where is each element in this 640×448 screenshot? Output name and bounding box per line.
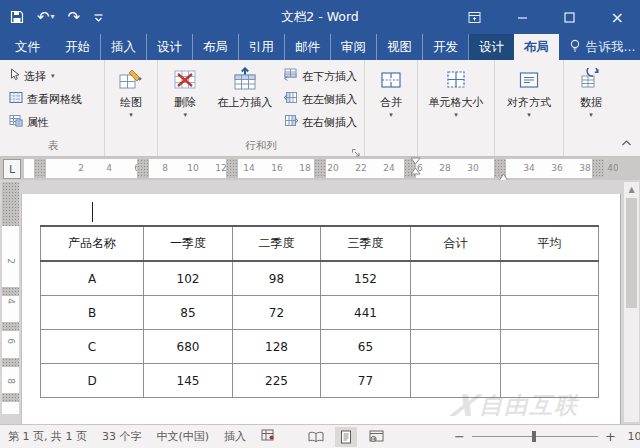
redo-button[interactable]: ↷	[68, 10, 81, 25]
draw-table-button[interactable]: 绘图 ▾	[114, 63, 148, 137]
table-cell[interactable]: B	[41, 296, 144, 330]
zoom-level[interactable]: 100%	[623, 430, 640, 443]
view-gridlines-button[interactable]: 查看网格线	[5, 88, 101, 110]
insert-mode-indicator[interactable]: 插入	[224, 429, 246, 444]
data-button[interactable]: 数据 ▾	[575, 63, 607, 137]
table-cell[interactable]: 77	[321, 364, 411, 398]
header-cell[interactable]: 三季度	[321, 226, 411, 261]
customize-qat-icon[interactable]	[93, 12, 104, 23]
insert-right-button[interactable]: 在右侧插入	[280, 111, 361, 133]
tab-开发[interactable]: 开发	[422, 34, 468, 60]
rows-columns-dialog-launcher-icon[interactable]	[351, 143, 361, 153]
cell-size-button[interactable]: 单元格大小 ▾	[425, 63, 488, 137]
delete-button[interactable]: 删除 ▾	[161, 63, 209, 137]
table-row-marker[interactable]	[2, 358, 19, 367]
table-row-marker[interactable]	[2, 322, 19, 331]
undo-button[interactable]: ↶▾	[37, 10, 55, 25]
tab-视图[interactable]: 视图	[376, 34, 422, 60]
table-cell[interactable]	[411, 330, 501, 364]
tab-开始[interactable]: 开始	[55, 34, 100, 60]
insert-above-label: 在上方插入	[217, 95, 272, 110]
table-cell[interactable]: 128	[233, 330, 321, 364]
table-column-marker[interactable]	[592, 159, 604, 178]
table-cell[interactable]: 152	[321, 261, 411, 296]
data-label: 数据	[580, 95, 602, 110]
table-column-marker[interactable]	[137, 159, 149, 178]
zoom-slider[interactable]	[472, 436, 598, 437]
table-cell[interactable]: 102	[144, 261, 233, 296]
table-column-marker[interactable]	[314, 159, 326, 178]
read-mode-icon[interactable]	[305, 427, 327, 447]
vertical-ruler[interactable]: 2468	[2, 182, 19, 414]
tab-插入[interactable]: 插入	[100, 34, 146, 60]
table-row-marker[interactable]	[2, 393, 19, 402]
table-cell[interactable]	[501, 330, 599, 364]
table-cell[interactable]: 441	[321, 296, 411, 330]
vertical-scrollbar[interactable]: ▲	[624, 182, 639, 422]
maximize-icon[interactable]	[564, 12, 575, 23]
tab-stop-selector[interactable]: L	[3, 159, 21, 179]
minimize-icon[interactable]	[517, 12, 528, 23]
web-layout-icon[interactable]	[365, 427, 387, 447]
ruler-number: 8	[6, 373, 16, 390]
table-cell[interactable]: 85	[144, 296, 233, 330]
scroll-up-icon[interactable]: ▲	[624, 182, 639, 196]
indent-markers[interactable]	[409, 157, 422, 180]
table-cell[interactable]	[501, 261, 599, 296]
merge-button[interactable]: 合并 ▾	[375, 63, 407, 137]
tab-table-design[interactable]: 设计	[468, 34, 514, 60]
horizontal-ruler[interactable]: 246810121416182022242628303234363840	[24, 159, 618, 178]
header-cell[interactable]: 二季度	[233, 226, 321, 261]
document-page[interactable]: 产品名称一季度二季度三季度合计平均A10298152B8572441C68012…	[22, 194, 620, 424]
table-cell[interactable]: 72	[233, 296, 321, 330]
word-count[interactable]: 33 个字	[102, 429, 142, 444]
table-cell[interactable]: 145	[144, 364, 233, 398]
tab-邮件[interactable]: 邮件	[284, 34, 330, 60]
table-cell[interactable]	[411, 261, 501, 296]
table-cell[interactable]	[411, 364, 501, 398]
insert-left-button[interactable]: 在左侧插入	[280, 88, 361, 110]
scrollbar-thumb[interactable]	[626, 198, 637, 308]
header-cell[interactable]: 合计	[411, 226, 501, 261]
language-indicator[interactable]: 中文(中国)	[156, 429, 209, 444]
page-indicator[interactable]: 第 1 页, 共 1 页	[8, 429, 87, 444]
insert-above-button[interactable]: 在上方插入	[209, 63, 280, 137]
close-icon[interactable]: ×	[611, 8, 624, 27]
zoom-out-button[interactable]: −	[454, 429, 465, 444]
ribbon-display-options-icon[interactable]	[468, 11, 481, 24]
table-cell[interactable]	[501, 364, 599, 398]
tab-table-layout[interactable]: 布局	[514, 34, 559, 60]
zoom-slider-thumb[interactable]	[532, 431, 536, 442]
table-cell[interactable]	[501, 296, 599, 330]
table-cell[interactable]: D	[41, 364, 144, 398]
tab-tellme[interactable]: 告诉我...	[559, 34, 640, 60]
table-column-marker[interactable]	[34, 159, 46, 178]
header-cell[interactable]: 一季度	[144, 226, 233, 261]
tab-引用[interactable]: 引用	[238, 34, 284, 60]
undo-dropdown-icon[interactable]: ▾	[51, 13, 55, 21]
table-cell[interactable]: 65	[321, 330, 411, 364]
save-icon[interactable]	[10, 10, 24, 24]
tab-设计[interactable]: 设计	[146, 34, 192, 60]
properties-label: 属性	[27, 115, 49, 130]
alignment-button[interactable]: 对齐方式 ▾	[503, 63, 555, 137]
table-cell[interactable]: C	[41, 330, 144, 364]
header-cell[interactable]: 平均	[501, 226, 599, 261]
macro-record-icon[interactable]	[261, 429, 275, 444]
table-cell[interactable]: 680	[144, 330, 233, 364]
table-cell[interactable]	[411, 296, 501, 330]
table-cell[interactable]: A	[41, 261, 144, 296]
zoom-in-button[interactable]: +	[605, 429, 616, 444]
table-cell[interactable]: 225	[233, 364, 321, 398]
insert-below-button[interactable]: 在下方插入	[280, 65, 361, 87]
tab-file[interactable]: 文件	[0, 34, 55, 60]
tab-布局[interactable]: 布局	[192, 34, 238, 60]
collapse-ribbon-icon[interactable]	[621, 132, 632, 151]
tab-审阅[interactable]: 审阅	[330, 34, 376, 60]
header-cell[interactable]: 产品名称	[41, 226, 144, 261]
print-layout-icon[interactable]	[335, 427, 357, 447]
select-button[interactable]: 选择 ▾	[5, 65, 101, 87]
table-cell[interactable]: 98	[233, 261, 321, 296]
table-column-marker[interactable]	[226, 159, 238, 178]
properties-button[interactable]: 属性	[5, 111, 101, 133]
